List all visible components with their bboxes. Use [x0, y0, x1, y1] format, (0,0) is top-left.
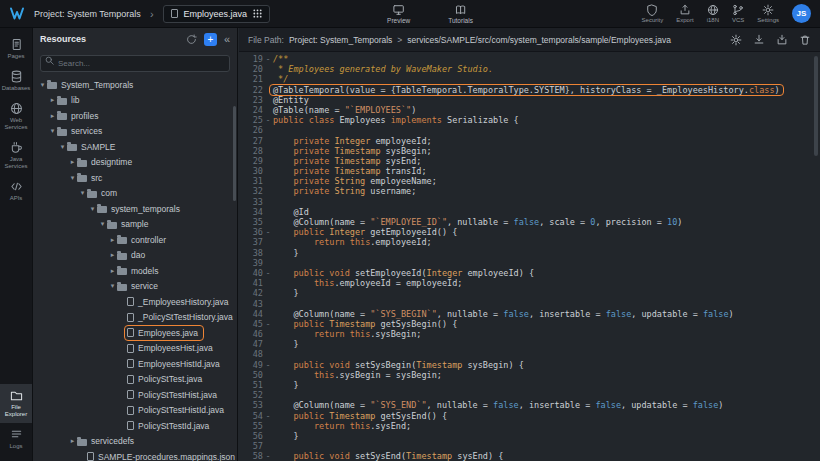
code-line[interactable]: 40- public void setEmployeeId(Integer em… — [239, 268, 820, 278]
code-line[interactable]: 55 return this.sysEnd; — [239, 421, 820, 431]
code-line[interactable]: 25-public class Employees implements Ser… — [239, 115, 820, 125]
apps-grid-icon[interactable] — [253, 9, 262, 18]
code-line[interactable]: 38 } — [239, 248, 820, 258]
code-line[interactable]: 48 — [239, 349, 820, 359]
code-line[interactable]: 29 private Timestamp sysEnd; — [239, 156, 820, 166]
code-line[interactable]: 21 */ — [239, 74, 820, 84]
code-line[interactable]: 27 private Integer employeeId; — [239, 136, 820, 146]
tree-item-folder[interactable]: ▾system_temporals — [33, 201, 237, 217]
tree-item-file[interactable]: PolicyStTestHistId.java — [33, 403, 237, 419]
code-line[interactable]: 33 — [239, 197, 820, 207]
tree-item-file[interactable]: Employees.java — [33, 325, 237, 341]
search-input[interactable] — [40, 55, 230, 72]
tree-item-folder[interactable]: ▾sample — [33, 217, 237, 233]
editor-scrollbar[interactable] — [814, 56, 818, 156]
fold-marker[interactable]: - — [263, 115, 273, 125]
code-line[interactable]: 23@Entity — [239, 95, 820, 105]
chevron-right-icon[interactable]: ▸ — [48, 112, 57, 120]
chevron-down-icon[interactable]: ▾ — [78, 189, 87, 197]
sidebar-item-databases[interactable]: Databases — [0, 65, 32, 97]
code-line[interactable]: 20 * Employees generated by WaveMaker St… — [239, 64, 820, 74]
chevron-down-icon[interactable]: ▾ — [68, 174, 77, 182]
chevron-right-icon[interactable]: ▸ — [68, 437, 77, 445]
code-line[interactable]: 58- public void setSysEnd(Timestamp sysE… — [239, 451, 820, 461]
code-line[interactable]: 36- public Integer getEmployeeId() { — [239, 227, 820, 237]
collapse-panel-icon[interactable]: « — [224, 33, 230, 45]
tree-item-folder[interactable]: ▾com — [33, 186, 237, 202]
file-tab[interactable]: Employees.java — [163, 5, 271, 23]
code-line[interactable]: 32 private String username; — [239, 186, 820, 196]
code-line[interactable]: 53 @Column(name = "`SYS_END`", nullable … — [239, 400, 820, 410]
code-line[interactable]: 46 return this.sysBegin; — [239, 329, 820, 339]
chevron-down-icon[interactable]: ▾ — [98, 220, 107, 228]
code-line[interactable]: 57 — [239, 441, 820, 451]
chevron-right-icon[interactable]: ▸ — [108, 251, 117, 259]
download-icon[interactable] — [753, 34, 765, 46]
tree-item-folder[interactable]: ▸models — [33, 263, 237, 279]
code-line[interactable]: 31 private String employeeName; — [239, 176, 820, 186]
code-line[interactable]: 39 — [239, 258, 820, 268]
code-editor[interactable]: 19-/**20 * Employees generated by WaveMa… — [239, 52, 820, 461]
sidebar-item-logs[interactable]: Logs — [0, 423, 32, 455]
fold-marker[interactable]: - — [263, 451, 273, 461]
vcs-button[interactable]: VCS — [732, 4, 744, 23]
tree-item-folder[interactable]: ▾System_Temporals — [33, 77, 237, 93]
tree-item-file[interactable]: EmployeesHist.java — [33, 341, 237, 357]
tree-item-file[interactable]: PolicyStTest.java — [33, 372, 237, 388]
code-line[interactable]: 51 } — [239, 380, 820, 390]
i18n-button[interactable]: i18N — [707, 4, 719, 23]
add-resource-button[interactable]: + — [204, 33, 217, 46]
project-name[interactable]: Project: System Temporals — [34, 9, 141, 19]
fold-marker[interactable]: - — [263, 268, 273, 278]
tree-item-folder[interactable]: ▸dao — [33, 248, 237, 264]
chevron-right-icon[interactable]: ▸ — [108, 236, 117, 244]
code-line[interactable]: 35 @Column(name = "`EMPLOYEE_ID`", nulla… — [239, 217, 820, 227]
code-line[interactable]: 44 @Column(name = "`SYS_BEGIN`", nullabl… — [239, 309, 820, 319]
tree-item-folder[interactable]: ▾services — [33, 124, 237, 140]
code-line[interactable]: 28 private Timestamp sysBegin; — [239, 146, 820, 156]
tree-item-file[interactable]: _EmployeesHistory.java — [33, 294, 237, 310]
avatar[interactable]: JS — [792, 4, 811, 23]
refresh-icon[interactable] — [186, 34, 197, 45]
chevron-down-icon[interactable]: ▾ — [58, 143, 67, 151]
tree-item-file[interactable]: PolicyStTestHist.java — [33, 387, 237, 403]
tree-item-folder[interactable]: ▾SAMPLE — [33, 139, 237, 155]
code-line[interactable]: 56 } — [239, 431, 820, 441]
tree-item-file[interactable]: EmployeesHistId.java — [33, 356, 237, 372]
code-line[interactable]: 26 — [239, 125, 820, 135]
code-line[interactable]: 34 @Id — [239, 207, 820, 217]
sidebar-item-file-explorer[interactable]: File Explorer — [0, 384, 32, 423]
fold-marker[interactable]: - — [263, 411, 273, 421]
tree-item-folder[interactable]: ▸profiles — [33, 108, 237, 124]
tree-item-folder[interactable]: ▸designtime — [33, 155, 237, 171]
security-button[interactable]: Security — [642, 4, 664, 23]
export-button[interactable]: Export — [676, 4, 693, 23]
code-line[interactable]: 49- public void setSysBegin(Timestamp sy… — [239, 360, 820, 370]
code-line[interactable]: 24@Table(name = "`EMPLOYEES`") — [239, 105, 820, 115]
fold-marker[interactable]: - — [263, 360, 273, 370]
tree-item-folder[interactable]: ▸controller — [33, 232, 237, 248]
tree-item-folder[interactable]: ▸lib — [33, 93, 237, 109]
tutorials-button[interactable]: Tutorials — [448, 4, 473, 24]
chevron-down-icon[interactable]: ▾ — [38, 81, 47, 89]
tree-item-file[interactable]: _PolicyStTestHistory.java — [33, 310, 237, 326]
settings-button[interactable]: Settings — [757, 4, 779, 23]
preview-button[interactable]: Preview — [387, 4, 410, 24]
resources-scrollbar[interactable] — [233, 106, 236, 201]
code-line[interactable]: 37 return this.employeeId; — [239, 237, 820, 247]
import-icon[interactable] — [776, 34, 788, 46]
chevron-right-icon[interactable]: ▸ — [48, 96, 57, 104]
code-line[interactable]: 45- public Timestamp getSysBegin() { — [239, 319, 820, 329]
tree-item-folder[interactable]: ▾service — [33, 279, 237, 295]
code-line[interactable]: 30 private Timestamp transId; — [239, 166, 820, 176]
tree-item-file[interactable]: PolicyStTestId.java — [33, 418, 237, 434]
fold-marker[interactable]: - — [263, 227, 273, 237]
file-settings-gear-icon[interactable] — [730, 34, 742, 46]
chevron-down-icon[interactable]: ▾ — [108, 282, 117, 290]
code-line[interactable]: 50 this.sysBegin = sysBegin; — [239, 370, 820, 380]
code-line[interactable]: 42 } — [239, 288, 820, 298]
code-line[interactable]: 22@TableTemporal(value = {TableTemporal.… — [239, 85, 820, 95]
sidebar-item-pages[interactable]: Pages — [0, 33, 32, 65]
code-line[interactable]: 43 — [239, 299, 820, 309]
wavemaker-logo[interactable] — [9, 6, 25, 21]
